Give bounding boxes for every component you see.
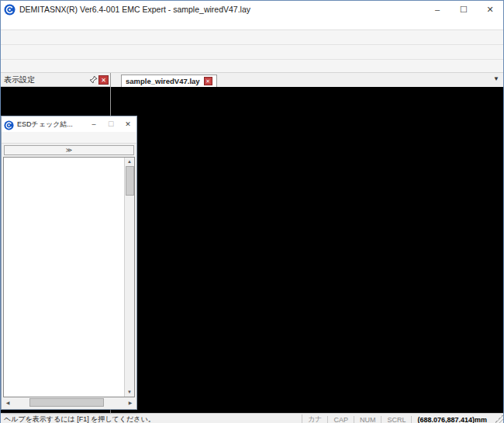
pcb-layout-drawing[interactable] <box>111 87 503 413</box>
toolbar-standard <box>1 30 503 45</box>
toolbar-layers <box>1 60 503 73</box>
esd-net-list <box>4 158 124 397</box>
close-button[interactable]: ✕ <box>477 1 503 18</box>
application-window: DEMITASNX(R) Ver6.4-001 EMC Expert - sam… <box>0 0 504 423</box>
esd-title-bar[interactable]: ESDチェック結... – ☐ ✕ <box>2 116 136 132</box>
esd-check-result-window: ESDチェック結... – ☐ ✕ ≫ ▲ ▼ ◀ ▶ <box>1 116 137 410</box>
esd-window-title: ESDチェック結... <box>17 120 85 130</box>
esd-close-button[interactable]: ✕ <box>119 116 136 132</box>
window-title: DEMITASNX(R) Ver6.4-001 EMC Expert - sam… <box>19 5 424 14</box>
status-cap: CAP <box>327 416 354 423</box>
toolbar-view <box>1 45 503 60</box>
tab-list-dropdown-icon[interactable]: ▼ <box>493 75 499 82</box>
esd-maximize-button[interactable]: ☐ <box>102 116 119 132</box>
resize-grip[interactable] <box>492 414 503 423</box>
panel-close-icon[interactable]: ✕ <box>98 75 109 85</box>
esd-minimize-button[interactable]: – <box>85 116 102 132</box>
scroll-up-icon[interactable]: ▲ <box>125 158 135 166</box>
scroll-down-icon[interactable]: ▼ <box>125 388 135 397</box>
esd-app-logo-icon <box>4 120 14 130</box>
display-settings-header: 表示設定 ✕ <box>1 73 110 87</box>
minimize-button[interactable]: – <box>424 1 450 18</box>
menu-bar <box>1 18 503 30</box>
document-tab-bar: sample_wiredV47.lay ✕ ▼ <box>111 73 503 87</box>
status-bar: ヘルプを表示するには [F1] を押してください。 カナ CAP NUM SCR… <box>1 413 503 423</box>
pcb-canvas-area[interactable] <box>111 87 503 413</box>
esd-expand-bar: ≫ <box>2 144 136 157</box>
tab-sample-wiredv47[interactable]: sample_wiredV47.lay ✕ <box>121 75 217 87</box>
tab-close-icon[interactable]: ✕ <box>204 77 212 85</box>
status-num: NUM <box>354 416 381 423</box>
esd-expand-button[interactable]: ≫ <box>4 145 134 155</box>
maximize-button[interactable]: ☐ <box>450 1 477 18</box>
scroll-left-icon[interactable]: ◀ <box>3 400 12 405</box>
pin-icon[interactable] <box>88 75 98 85</box>
esd-menu-bar <box>2 132 136 144</box>
status-help-text: ヘルプを表示するには [F1] を押してください。 <box>1 414 302 423</box>
status-kana: カナ <box>302 414 327 423</box>
tab-label: sample_wiredV47.lay <box>126 77 200 85</box>
display-settings-title: 表示設定 <box>4 75 88 85</box>
scroll-thumb[interactable] <box>126 166 134 196</box>
esd-horizontal-scrollbar[interactable]: ◀ ▶ <box>3 397 135 407</box>
scroll-right-icon[interactable]: ▶ <box>126 400 135 405</box>
hscroll-thumb[interactable] <box>29 398 104 407</box>
status-coordinates: (688.076,887.414)mm <box>411 416 492 423</box>
title-bar: DEMITASNX(R) Ver6.4-001 EMC Expert - sam… <box>1 1 503 18</box>
app-logo-icon <box>4 4 16 16</box>
esd-vertical-scrollbar[interactable]: ▲ ▼ <box>124 158 134 397</box>
status-scrl: SCRL <box>381 416 411 423</box>
